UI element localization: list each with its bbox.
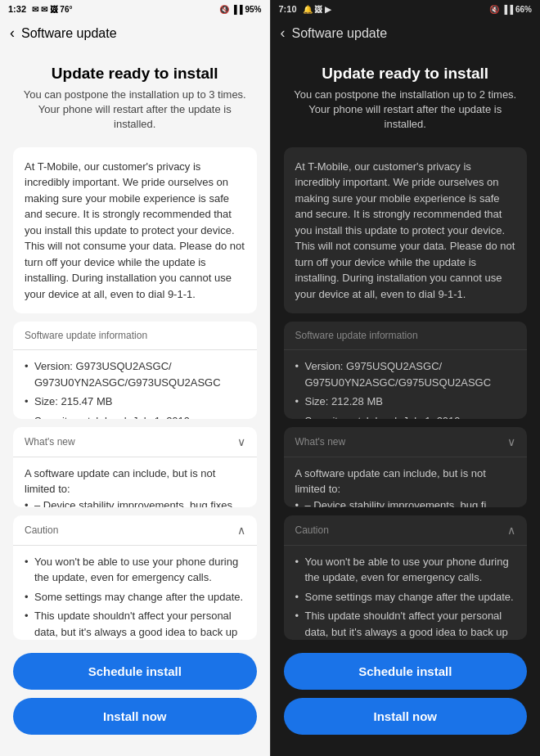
nav-bar-left: ‹ Software update [0, 18, 270, 48]
whats-new-list-right: – Device stability improvements, bug fi.… [295, 497, 516, 507]
caution-item-2-left: Some settings may change after the updat… [25, 589, 245, 605]
caution-header-right[interactable]: Caution ∧ [284, 515, 528, 546]
whats-new-body-right: A software update can include, but is no… [284, 457, 528, 507]
time-right: 7:10 [279, 4, 297, 14]
nav-title-left: Software update [21, 26, 117, 41]
update-info-section-left: Software update information Version: G97… [13, 322, 257, 419]
status-time-right: 7:10 🔔 🖼 ▶ [279, 4, 332, 14]
update-info-item-patch-right: Security patch level: July 1, 2019 [295, 413, 516, 419]
schedule-button-left[interactable]: Schedule install [13, 653, 257, 690]
nav-title-right: Software update [292, 26, 388, 41]
status-time-left: 1:32 ✉ ✉ 🖼 76° [8, 4, 73, 14]
title-section-right: Update ready to install You can postpone… [284, 56, 528, 139]
caution-chevron-left: ∧ [237, 524, 245, 537]
main-card-body-left: At T-Mobile, our customer's privacy is i… [25, 160, 245, 300]
whats-new-section-left: What's new ∨ A software update can inclu… [13, 427, 257, 507]
caution-header-left[interactable]: Caution ∧ [13, 515, 257, 546]
update-info-body-right: Version: G975USQU2ASGC/ G975U0YN2ASGC/G9… [284, 350, 528, 419]
update-heading-left: Update ready to install [20, 65, 250, 83]
nav-bar-right: ‹ Software update [271, 18, 541, 48]
main-card-right: At T-Mobile, our customer's privacy is i… [284, 147, 528, 314]
caution-item-1-left: You won't be able to use your phone duri… [25, 554, 245, 586]
caution-body-right: You won't be able to use your phone duri… [284, 546, 528, 640]
caution-list-left: You won't be able to use your phone duri… [25, 554, 245, 640]
caution-chevron-right: ∧ [507, 524, 515, 537]
caution-section-right: Caution ∧ You won't be able to use your … [284, 515, 528, 640]
main-card-left: At T-Mobile, our customer's privacy is i… [13, 147, 257, 314]
caution-item-2-right: Some settings may change after the updat… [295, 589, 516, 605]
whats-new-item-left: – Device stability improvements, bug fix… [25, 497, 245, 507]
status-icons-left: ✉ ✉ 🖼 76° [32, 5, 72, 14]
whats-new-section-right: What's new ∨ A software update can inclu… [284, 427, 528, 507]
update-info-item-size-left: Size: 215.47 MB [25, 394, 245, 410]
caution-item-3-left: This update shouldn't affect your person… [25, 608, 245, 640]
caution-item-1-right: You won't be able to use your phone duri… [295, 554, 516, 586]
install-button-right[interactable]: Install now [284, 698, 528, 735]
whats-new-chevron-right: ∨ [507, 435, 515, 448]
caution-list-right: You won't be able to use your phone duri… [295, 554, 516, 640]
buttons-area-right: Schedule install Install now [284, 648, 528, 743]
screen-right: 7:10 🔔 🖼 ▶ 🔇 ▐▐ 66% ‹ Software update Up… [271, 0, 541, 756]
title-section-left: Update ready to install You can postpone… [13, 56, 257, 139]
schedule-button-right[interactable]: Schedule install [284, 653, 528, 690]
whats-new-header-left[interactable]: What's new ∨ [13, 427, 257, 457]
update-heading-right: Update ready to install [290, 65, 521, 83]
whats-new-item-right: – Device stability improvements, bug fi.… [295, 497, 516, 507]
back-button-left[interactable]: ‹ [10, 25, 15, 42]
update-info-body-left: Version: G973USQU2ASGC/ G973U0YN2ASGC/G9… [13, 350, 257, 419]
status-icons-right-left: 🔇 ▐▐ 95% [219, 5, 262, 14]
screen-left: 1:32 ✉ ✉ 🖼 76° 🔇 ▐▐ 95% ‹ Software updat… [0, 0, 270, 756]
update-subtitle-right: You can postpone the installation up to … [290, 88, 521, 133]
update-info-list-left: Version: G973USQU2ASGC/ G973U0YN2ASGC/G9… [25, 358, 245, 419]
content-right: Update ready to install You can postpone… [271, 48, 541, 756]
caution-body-left: You won't be able to use your phone duri… [13, 546, 257, 640]
update-info-item-version-right: Version: G975USQU2ASGC/ G975U0YN2ASGC/G9… [295, 358, 516, 390]
content-left: Update ready to install You can postpone… [0, 48, 270, 756]
status-icons-left-right: 🔔 🖼 ▶ [303, 5, 332, 14]
update-info-list-right: Version: G975USQU2ASGC/ G975U0YN2ASGC/G9… [295, 358, 516, 419]
update-info-item-size-right: Size: 212.28 MB [295, 394, 516, 410]
caution-section-left: Caution ∧ You won't be able to use your … [13, 515, 257, 640]
status-bar-right: 7:10 🔔 🖼 ▶ 🔇 ▐▐ 66% [271, 0, 541, 18]
update-info-section-right: Software update information Version: G97… [284, 322, 528, 419]
whats-new-chevron-left: ∨ [237, 435, 245, 448]
update-info-item-patch-left: Security patch level: July 1, 2019 [25, 413, 245, 419]
main-card-body-right: At T-Mobile, our customer's privacy is i… [295, 160, 515, 300]
buttons-area-left: Schedule install Install now [13, 648, 257, 743]
install-button-left[interactable]: Install now [13, 698, 257, 735]
status-icons-right-right: 🔇 ▐▐ 66% [489, 5, 532, 14]
whats-new-header-right[interactable]: What's new ∨ [284, 427, 528, 457]
update-info-header-left: Software update information [13, 322, 257, 350]
caution-item-3-right: This update shouldn't affect your person… [295, 608, 516, 640]
whats-new-list-left: – Device stability improvements, bug fix… [25, 497, 245, 507]
status-bar-left: 1:32 ✉ ✉ 🖼 76° 🔇 ▐▐ 95% [0, 0, 270, 18]
back-button-right[interactable]: ‹ [281, 25, 286, 42]
update-info-header-right: Software update information [284, 322, 528, 350]
time-left: 1:32 [8, 4, 26, 14]
update-subtitle-left: You can postpone the installation up to … [20, 88, 250, 133]
whats-new-body-left: A software update can include, but is no… [13, 457, 257, 507]
update-info-item-version-left: Version: G973USQU2ASGC/ G973U0YN2ASGC/G9… [25, 358, 245, 390]
